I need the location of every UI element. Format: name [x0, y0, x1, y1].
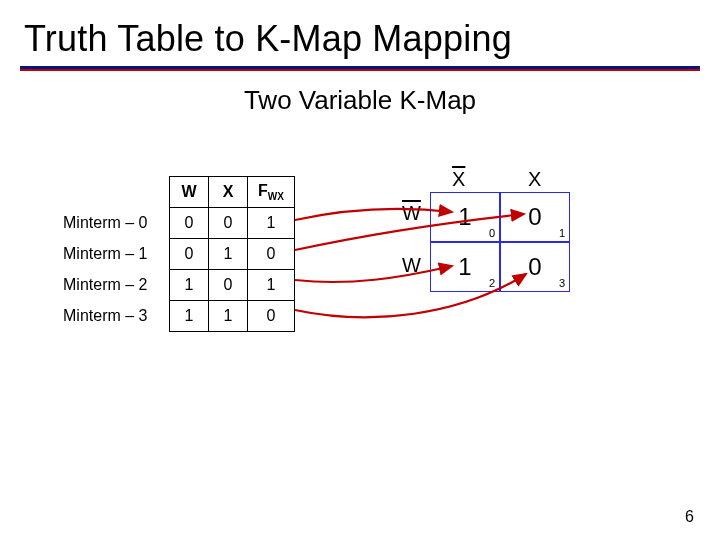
page-number: 6	[685, 508, 694, 526]
truth-table-header-x: X	[209, 177, 248, 208]
minterm-label: Minterm – 2	[62, 270, 170, 301]
title-rule	[20, 66, 700, 71]
kmap-cell-0: 10	[430, 192, 500, 242]
minterm-label: Minterm – 0	[62, 208, 170, 239]
kmap-cell-1: 01	[500, 192, 570, 242]
table-row: Minterm – 2 1 0 1	[62, 270, 295, 301]
slide-subtitle: Two Variable K-Map	[0, 85, 720, 116]
kmap-col-label-x: X	[528, 168, 541, 191]
kmap: X X W W 10 01 12 03	[430, 192, 570, 292]
table-row: Minterm – 0 0 0 1	[62, 208, 295, 239]
table-row: Minterm – 1 0 1 0	[62, 239, 295, 270]
content-area: W X FWX Minterm – 0 0 0 1 Minterm – 1 0 …	[0, 166, 720, 466]
truth-table-header-f: FWX	[248, 177, 295, 208]
slide-title: Truth Table to K-Map Mapping	[0, 0, 720, 60]
minterm-label: Minterm – 1	[62, 239, 170, 270]
table-row: Minterm – 3 1 1 0	[62, 301, 295, 332]
kmap-row-label-w: W	[402, 254, 421, 277]
kmap-col-label-xbar: X	[452, 168, 465, 191]
kmap-cell-3: 03	[500, 242, 570, 292]
minterm-label: Minterm – 3	[62, 301, 170, 332]
truth-table-header-w: W	[170, 177, 209, 208]
kmap-row-label-wbar: W	[402, 202, 421, 225]
kmap-cell-2: 12	[430, 242, 500, 292]
truth-table: W X FWX Minterm – 0 0 0 1 Minterm – 1 0 …	[62, 176, 295, 332]
